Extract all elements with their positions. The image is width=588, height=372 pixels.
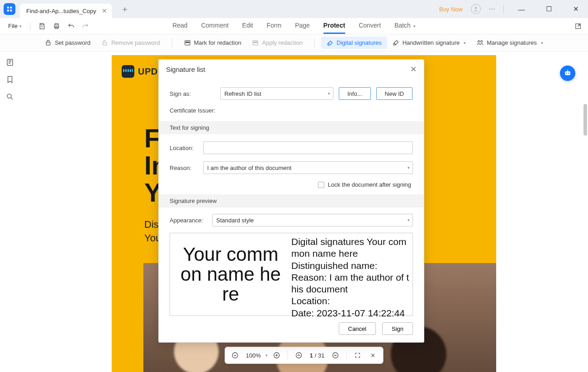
- save-icon[interactable]: [36, 22, 48, 31]
- left-rail: [0, 52, 20, 372]
- title-bar: Find-and-Ap...tudies_Copy ✕ ＋ Buy Now ⋯ …: [0, 0, 588, 18]
- tab-protect[interactable]: Protect: [323, 18, 345, 34]
- undo-icon[interactable]: [65, 22, 77, 31]
- svg-point-14: [7, 94, 11, 98]
- open-external-icon[interactable]: [574, 23, 588, 30]
- svg-point-21: [568, 73, 569, 74]
- preview-details: Digital signatures Your common name here…: [291, 233, 413, 315]
- page-indicator[interactable]: 1 / 31: [308, 352, 327, 359]
- tab-form[interactable]: Form: [266, 18, 281, 34]
- view-controls: 100% ▾ 1 / 31 ✕: [225, 347, 384, 364]
- app-icon: [4, 3, 15, 15]
- svg-point-18: [332, 353, 338, 358]
- sign-as-select[interactable]: Refresh ID list▾: [220, 87, 333, 100]
- menu-bar: File▾ Read Comment Edit Form Page Protec…: [0, 18, 588, 34]
- handwritten-signature-button[interactable]: Handwritten signature▾: [387, 37, 471, 49]
- section-text-signing: Text for signing: [159, 121, 424, 134]
- ai-assistant-icon[interactable]: [560, 66, 575, 81]
- lock-document-checkbox[interactable]: Lock the document after signing: [318, 181, 413, 188]
- sign-as-label: Sign as:: [170, 90, 215, 97]
- window-close-icon[interactable]: ✕: [566, 0, 585, 18]
- svg-point-20: [566, 73, 567, 74]
- cert-issuer-label: Certificate Issuer:: [170, 107, 215, 114]
- thumbnails-icon[interactable]: [5, 58, 14, 67]
- more-icon[interactable]: ⋯: [489, 5, 495, 13]
- mark-redaction-button[interactable]: Mark for redaction: [179, 37, 247, 49]
- dialog-title: Signature list: [166, 66, 205, 73]
- appearance-label: Appearance:: [170, 217, 207, 224]
- cancel-button[interactable]: Cancel: [339, 322, 376, 335]
- preview-name: Your common name here: [170, 233, 291, 315]
- zoom-in-icon[interactable]: [270, 349, 283, 362]
- dialog-close-icon[interactable]: ✕: [410, 65, 417, 74]
- fullscreen-icon[interactable]: [351, 349, 364, 362]
- svg-rect-19: [565, 71, 570, 75]
- svg-rect-8: [185, 42, 189, 43]
- tab-comment[interactable]: Comment: [201, 18, 229, 34]
- protect-toolbar: Set password Remove password Mark for re…: [0, 34, 588, 52]
- new-id-button[interactable]: New ID: [376, 87, 413, 100]
- apply-redaction-button: Apply redaction: [247, 37, 308, 49]
- tab-batch[interactable]: Batch ▾: [394, 18, 416, 34]
- search-icon[interactable]: [5, 92, 14, 101]
- signature-preview: Your common name here Digital signatures…: [170, 233, 413, 316]
- tab-convert[interactable]: Convert: [359, 18, 381, 34]
- close-bar-icon[interactable]: ✕: [366, 349, 379, 362]
- new-tab-button[interactable]: ＋: [121, 4, 129, 14]
- prev-page-icon[interactable]: [293, 349, 305, 362]
- remove-password-button: Remove password: [96, 37, 166, 49]
- svg-point-11: [478, 41, 480, 42]
- tab-title: Find-and-Ap...tudies_Copy: [26, 8, 96, 14]
- brand-logo: UPDF: [122, 65, 163, 78]
- info-button[interactable]: Info...: [339, 87, 371, 100]
- redo-icon[interactable]: [79, 22, 92, 31]
- print-icon[interactable]: [50, 22, 63, 31]
- svg-point-17: [296, 353, 302, 358]
- zoom-level[interactable]: 100%: [244, 352, 263, 359]
- window-minimize-icon[interactable]: —: [512, 0, 531, 18]
- close-tab-icon[interactable]: ✕: [102, 7, 107, 14]
- tab-edit[interactable]: Edit: [242, 18, 253, 34]
- account-icon[interactable]: [471, 4, 481, 14]
- menu-tabs: Read Comment Edit Form Page Protect Conv…: [172, 18, 416, 34]
- zoom-out-icon[interactable]: [229, 349, 242, 362]
- appearance-select[interactable]: Standard style▾: [212, 214, 413, 226]
- svg-point-0: [475, 7, 477, 9]
- location-label: Location:: [170, 145, 198, 151]
- svg-rect-6: [103, 42, 107, 45]
- tab-read[interactable]: Read: [172, 18, 187, 34]
- svg-rect-10: [254, 42, 257, 43]
- svg-rect-2: [55, 24, 58, 25]
- next-page-icon[interactable]: [329, 349, 341, 362]
- tab-page[interactable]: Page: [295, 18, 310, 34]
- window-maximize-icon[interactable]: ☐: [539, 0, 558, 18]
- section-preview: Signature preview: [159, 194, 424, 207]
- sign-button[interactable]: Sign: [382, 322, 413, 335]
- manage-signatures-button[interactable]: Manage signatures▾: [471, 37, 549, 49]
- scrollbar[interactable]: [583, 104, 587, 136]
- location-input[interactable]: [203, 141, 413, 154]
- zoom-dropdown-icon[interactable]: ▾: [266, 353, 268, 358]
- buy-now-link[interactable]: Buy Now: [439, 6, 463, 13]
- reason-select[interactable]: I am the author of this document▾: [203, 161, 413, 174]
- signature-list-dialog: Signature list ✕ Sign as: Refresh ID lis…: [158, 59, 424, 343]
- reason-label: Reason:: [170, 165, 198, 171]
- document-tab[interactable]: Find-and-Ap...tudies_Copy ✕: [20, 4, 112, 18]
- digital-signatures-button[interactable]: Digital signatures: [321, 37, 387, 49]
- svg-point-12: [481, 41, 483, 42]
- svg-rect-5: [46, 42, 50, 45]
- bookmarks-icon[interactable]: [5, 75, 14, 84]
- set-password-button[interactable]: Set password: [39, 37, 96, 49]
- file-menu[interactable]: File▾: [5, 21, 24, 31]
